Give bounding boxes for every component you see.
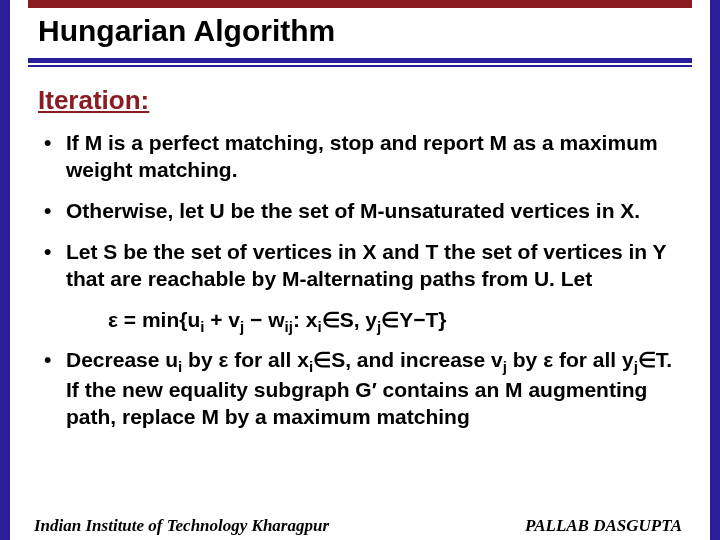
slide: Hungarian Algorithm Iteration: If M is a… xyxy=(0,0,720,540)
subscript-ij: ij xyxy=(285,319,293,336)
bullet-item: If M is a perfect matching, stop and rep… xyxy=(38,130,680,184)
eq-text: ∈Y−T} xyxy=(381,308,446,331)
bullet-list: If M is a perfect matching, stop and rep… xyxy=(38,130,680,292)
bullet-item: Otherwise, let U be the set of M-unsatur… xyxy=(38,198,680,225)
slide-title: Hungarian Algorithm xyxy=(10,8,710,58)
text: Decrease u xyxy=(66,348,178,371)
bullet-item: Decrease ui by ε for all xi∈S, and incre… xyxy=(38,347,680,430)
title-rule-thick xyxy=(28,58,692,63)
eq-text: ∈S, y xyxy=(322,308,377,331)
footer-right: PALLAB DASGUPTA xyxy=(525,516,682,536)
text: ∈S, and increase v xyxy=(313,348,503,371)
eq-text: : x xyxy=(293,308,318,331)
eq-text: ε = min{u xyxy=(108,308,200,331)
eq-text: + v xyxy=(204,308,240,331)
footer: Indian Institute of Technology Kharagpur… xyxy=(10,516,710,536)
bullet-list: Decrease ui by ε for all xi∈S, and incre… xyxy=(38,347,680,430)
text: by ε for all y xyxy=(507,348,634,371)
section-heading: Iteration: xyxy=(38,85,680,116)
eq-text: − w xyxy=(244,308,284,331)
footer-left: Indian Institute of Technology Kharagpur xyxy=(34,516,329,536)
top-accent-bar xyxy=(28,0,692,8)
text: by ε for all x xyxy=(182,348,309,371)
bullet-item: Let S be the set of vertices in X and T … xyxy=(38,239,680,293)
content-area: Iteration: If M is a perfect matching, s… xyxy=(10,85,710,431)
title-rule-thin xyxy=(28,65,692,67)
epsilon-equation: ε = min{ui + vj − wij: xi∈S, yj∈Y−T} xyxy=(38,306,680,337)
